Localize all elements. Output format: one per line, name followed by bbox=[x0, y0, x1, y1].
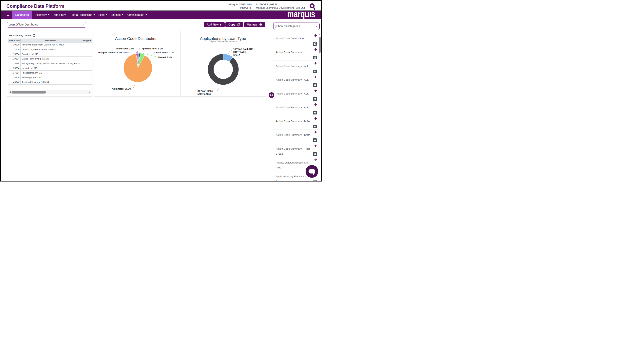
svg-text:10 YEAR BALLOON: 10 YEAR BALLOON bbox=[233, 48, 253, 50]
svg-text:Denied: 5.4%: Denied: 5.4% bbox=[158, 56, 172, 58]
svg-text:MORTGAGE:: MORTGAGE: bbox=[198, 93, 211, 95]
svg-text:Appr.Not Acc.: 1.1%: Appr.Not Acc.: 1.1% bbox=[142, 47, 163, 50]
svg-text:Closed / Inc.: 1.1%: Closed / Inc.: 1.1% bbox=[154, 51, 174, 54]
svg-text:Withdrawn: 1.1%: Withdrawn: 1.1% bbox=[116, 47, 134, 50]
svg-text:30 YEAR FIXED: 30 YEAR FIXED bbox=[198, 90, 213, 92]
svg-text:MORTGAGE:: MORTGAGE: bbox=[233, 51, 246, 53]
svg-text:Preappr. Denied: 1.1%: Preappr. Denied: 1.1% bbox=[98, 51, 122, 54]
svg-text:$2,017: $2,017 bbox=[233, 54, 240, 56]
svg-text:Originated: 90.2%: Originated: 90.2% bbox=[112, 88, 131, 90]
